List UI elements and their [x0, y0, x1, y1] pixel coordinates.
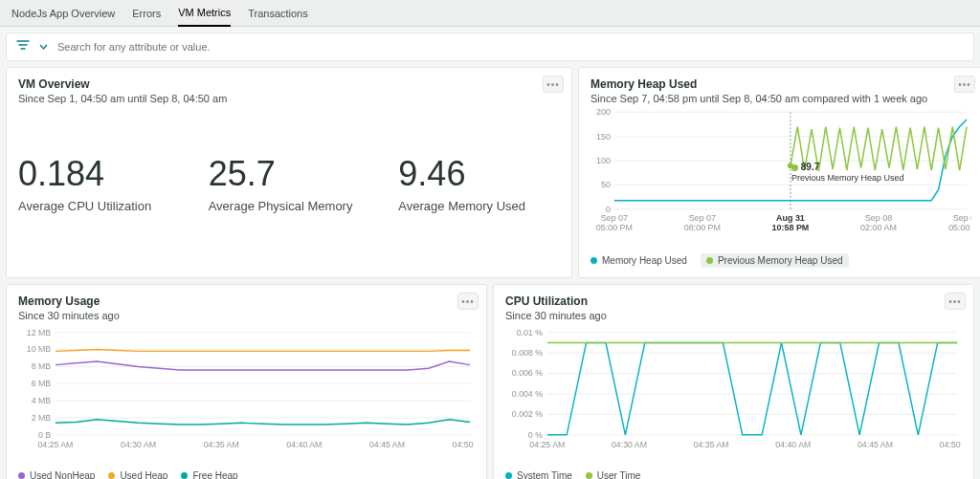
svg-text:04:25 AM: 04:25 AM	[37, 440, 73, 449]
svg-text:04:50 AM: 04:50 AM	[940, 440, 962, 449]
legend-item[interactable]: Memory Heap Used	[590, 255, 687, 266]
svg-text:08:00 PM: 08:00 PM	[684, 223, 721, 232]
svg-text:04:35 AM: 04:35 AM	[204, 440, 239, 449]
svg-text:0 %: 0 %	[528, 430, 543, 440]
svg-text:04:50 AM: 04:50 AM	[453, 440, 475, 449]
stat-value: 9.46	[398, 157, 560, 191]
search-bar	[6, 33, 974, 61]
card-title: Memory Usage	[18, 294, 475, 308]
svg-text:0.002 %: 0.002 %	[512, 409, 543, 419]
stat-memory-used: 9.46 Average Memory Used	[398, 157, 560, 213]
card-menu-button[interactable]: •••	[945, 293, 966, 310]
chart-legend: Memory Heap Used Previous Memory Heap Us…	[590, 253, 971, 268]
chart-tooltip: 89.7 Previous Memory Heap Used	[791, 162, 904, 183]
svg-text:150: 150	[596, 132, 611, 142]
svg-text:50: 50	[601, 180, 611, 189]
svg-text:05:00 AM: 05:00 AM	[948, 223, 971, 232]
svg-text:04:45 AM: 04:45 AM	[369, 440, 405, 449]
card-subtitle: Since 30 minutes ago	[505, 310, 962, 321]
svg-text:05:00 PM: 05:00 PM	[596, 223, 633, 232]
chevron-down-icon[interactable]	[39, 42, 48, 52]
card-subtitle: Since Sep 1, 04:50 am until Sep 8, 04:50…	[18, 93, 560, 104]
tab-transactions[interactable]: Transactions	[248, 1, 308, 26]
svg-text:Sep 08: Sep 08	[953, 213, 971, 223]
card-title: Memory Heap Used	[590, 77, 971, 91]
legend-item[interactable]: User Time	[586, 470, 641, 479]
stat-label: Average Physical Memory	[209, 199, 370, 213]
card-memory-heap-used: ••• Memory Heap Used Since Sep 7, 04:58 …	[578, 67, 980, 278]
legend-item-highlighted[interactable]: Previous Memory Heap Used	[701, 253, 849, 268]
tab-bar: NodeJs App Overview Errors VM Metrics Tr…	[0, 0, 980, 27]
svg-text:10:58 PM: 10:58 PM	[772, 223, 810, 232]
svg-text:04:25 AM: 04:25 AM	[529, 440, 565, 449]
stat-label: Average Memory Used	[398, 199, 560, 213]
svg-text:Sep 07: Sep 07	[689, 213, 716, 223]
svg-text:8 MB: 8 MB	[32, 361, 52, 371]
tab-errors[interactable]: Errors	[132, 1, 161, 26]
svg-text:04:40 AM: 04:40 AM	[286, 440, 322, 449]
memory-usage-chart: 0 B2 MB4 MB6 MB8 MB10 MB12 MB04:25 AM04:…	[18, 321, 475, 465]
svg-text:6 MB: 6 MB	[32, 379, 52, 388]
tooltip-label: Previous Memory Heap Used	[791, 173, 904, 183]
tab-overview[interactable]: NodeJs App Overview	[11, 1, 115, 26]
legend-item[interactable]: System Time	[505, 470, 572, 479]
legend-item[interactable]: Free Heap	[181, 470, 237, 479]
stat-label: Average CPU Utilization	[18, 199, 180, 213]
svg-text:4 MB: 4 MB	[32, 396, 52, 405]
svg-text:0.008 %: 0.008 %	[512, 348, 543, 358]
chart-legend: System Time User Time	[505, 470, 962, 479]
legend-item[interactable]: Used Heap	[108, 470, 167, 479]
svg-text:02:00 AM: 02:00 AM	[860, 223, 897, 232]
card-menu-button[interactable]: •••	[543, 76, 564, 93]
card-subtitle: Since Sep 7, 04:58 pm until Sep 8, 04:50…	[590, 93, 971, 104]
stat-value: 0.184	[18, 157, 180, 191]
card-memory-usage: ••• Memory Usage Since 30 minutes ago 0 …	[6, 284, 487, 479]
svg-text:Sep 07: Sep 07	[601, 213, 628, 223]
card-title: CPU Utilization	[505, 294, 962, 308]
stat-physical-memory: 25.7 Average Physical Memory	[209, 157, 370, 213]
card-vm-overview: ••• VM Overview Since Sep 1, 04:50 am un…	[6, 67, 572, 278]
svg-text:04:45 AM: 04:45 AM	[858, 440, 893, 449]
stat-cpu: 0.184 Average CPU Utilization	[18, 157, 180, 213]
svg-text:Sep 08: Sep 08	[865, 213, 892, 223]
svg-text:04:35 AM: 04:35 AM	[694, 440, 729, 449]
tab-vm-metrics[interactable]: VM Metrics	[178, 0, 231, 27]
svg-text:04:40 AM: 04:40 AM	[775, 440, 811, 449]
svg-text:10 MB: 10 MB	[27, 344, 51, 354]
filter-icon[interactable]	[16, 40, 30, 54]
svg-text:Aug 31: Aug 31	[776, 213, 805, 223]
svg-text:0.006 %: 0.006 %	[512, 368, 543, 378]
card-menu-button[interactable]: •••	[457, 293, 479, 310]
tooltip-dot-icon	[791, 164, 798, 171]
card-menu-button[interactable]: •••	[954, 76, 975, 93]
search-input[interactable]	[57, 41, 345, 53]
svg-text:0.004 %: 0.004 %	[512, 389, 543, 399]
svg-text:04:30 AM: 04:30 AM	[612, 440, 647, 449]
chart-legend: Used NonHeap Used Heap Free Heap	[18, 470, 475, 479]
card-title: VM Overview	[18, 77, 560, 91]
stat-value: 25.7	[209, 157, 370, 191]
svg-text:0 B: 0 B	[38, 430, 51, 440]
svg-text:04:30 AM: 04:30 AM	[121, 440, 156, 449]
svg-text:200: 200	[596, 107, 611, 117]
svg-text:12 MB: 12 MB	[27, 328, 51, 337]
card-subtitle: Since 30 minutes ago	[18, 310, 475, 321]
card-cpu-utilization: ••• CPU Utilization Since 30 minutes ago…	[493, 284, 974, 479]
svg-text:2 MB: 2 MB	[32, 413, 52, 423]
cpu-utilization-chart: 0 %0.002 %0.004 %0.006 %0.008 %0.01 %04:…	[505, 321, 962, 465]
legend-item[interactable]: Used NonHeap	[18, 470, 95, 479]
tooltip-value: 89.7	[801, 162, 819, 172]
svg-text:0.01 %: 0.01 %	[517, 328, 543, 337]
svg-text:100: 100	[596, 156, 611, 165]
heap-chart: 050100150200Sep 0705:00 PMSep 0708:00 PM…	[590, 104, 971, 248]
